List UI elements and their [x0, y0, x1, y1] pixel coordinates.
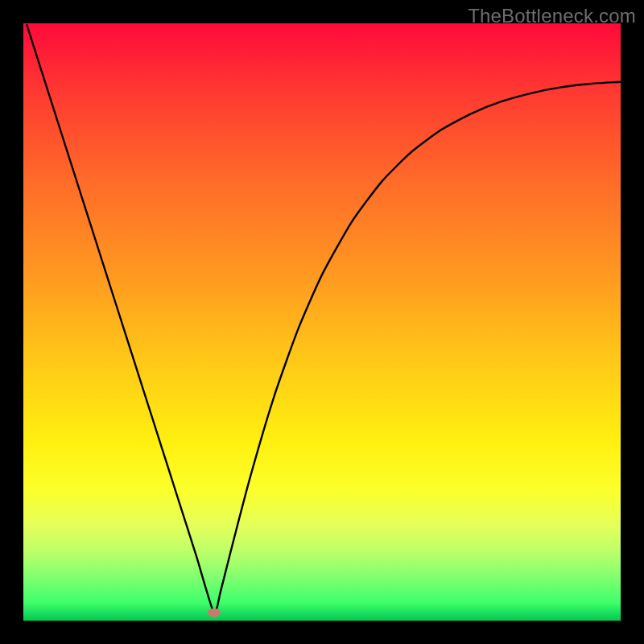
curve-path [27, 25, 621, 613]
plot-area [23, 23, 621, 621]
watermark-text: TheBottleneck.com [468, 5, 636, 27]
series-bottleneck-curve [23, 23, 621, 621]
chart-frame: TheBottleneck.com [0, 0, 644, 644]
minimum-marker [208, 609, 221, 617]
